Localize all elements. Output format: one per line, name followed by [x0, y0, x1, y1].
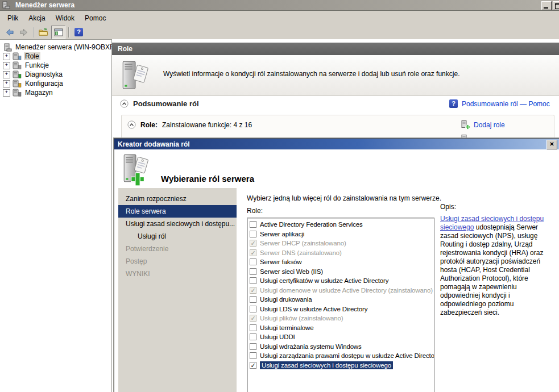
roles-summary-help[interactable]: ? Podsumowanie ról — Pomoc [449, 99, 550, 108]
wizard-intro-text: Wybierz jedną lub więcej ról do zainstal… [247, 194, 551, 202]
tree-item-role[interactable]: +Role [3, 52, 111, 61]
expand-plus-icon[interactable]: + [3, 89, 10, 97]
roles-listbox[interactable]: Active Directory Federation ServicesSerw… [247, 218, 434, 392]
role-row[interactable]: Usługi terminalowe [247, 323, 434, 333]
back-button[interactable] [3, 26, 16, 39]
menu-view[interactable]: Widok [51, 12, 80, 24]
toolbar-separator [68, 27, 69, 37]
expand-plus-icon[interactable]: + [3, 80, 10, 87]
checkbox-unchecked-icon[interactable] [250, 352, 256, 359]
maximize-button[interactable] [553, 1, 559, 10]
role-label: Usługi LDS w usłudze Active Directory [260, 306, 367, 312]
wizard-step-potwierdzenie[interactable]: Potwierdzenie [118, 243, 237, 255]
checkbox-unchecked-icon[interactable] [250, 231, 256, 237]
role-row[interactable]: Serwer aplikacji [247, 230, 434, 239]
role-row[interactable]: ✓Serwer DNS (zainstalowano) [247, 248, 434, 258]
wizard-step-zanim-rozpoczniesz[interactable]: Zanim rozpoczniesz [118, 193, 237, 205]
role-row[interactable]: Usługi zarządzania prawami dostępu w usł… [247, 351, 434, 361]
roles-hero: Wyświetl informacje o kondycji ról zains… [112, 55, 559, 96]
tree-item-diagnostyka[interactable]: +Diagnostyka [3, 70, 111, 79]
role-label: Serwer sieci Web (IIS) [260, 268, 323, 275]
checkbox-unchecked-icon[interactable] [250, 343, 256, 350]
tree-root[interactable]: Menedżer serwera (WIN-9OBXFQV [3, 43, 111, 52]
forward-button[interactable] [17, 26, 30, 39]
tree-item-konfiguracja[interactable]: +Konfiguracja [3, 79, 111, 88]
checkbox-unchecked-icon[interactable] [250, 324, 256, 331]
remove-roles-icon-partial[interactable] [461, 135, 470, 137]
help-icon: ? [449, 99, 458, 108]
window-controls [541, 1, 559, 10]
collapse-chevron-icon[interactable] [120, 99, 129, 108]
add-role-wizard-icon [121, 153, 153, 186]
role-row[interactable]: Serwer sieci Web (IIS) [247, 267, 434, 277]
role-row[interactable]: Usługi LDS w usłudze Active Directory [247, 305, 434, 314]
role-row[interactable]: ✓Usługi zasad sieciowych i dostępu sieci… [247, 361, 434, 370]
configuration-icon [13, 80, 22, 88]
tree-item-funkcje[interactable]: +Funkcje [3, 61, 111, 70]
menu-help[interactable]: Pomoc [80, 12, 111, 24]
roles-summary-help-link[interactable]: Podsumowanie ról — Pomoc [462, 100, 550, 108]
installed-roles-value: Zainstalowane funkcje: 4 z 16 [162, 121, 252, 129]
dialog-title: Kreator dodawania ról [118, 140, 190, 148]
role-label: Usługi certyfikatów w usłudze Active Dir… [260, 277, 388, 284]
expand-plus-icon[interactable]: + [3, 71, 10, 78]
add-roles-link[interactable]: Dodaj role [474, 121, 505, 129]
tree-root-label: Menedżer serwera (WIN-9OBXFQV [14, 43, 112, 51]
role-label: Usługi plików (zainstalowano) [260, 315, 343, 322]
checkbox-checked-icon: ✓ [250, 315, 256, 322]
dialog-close-button[interactable]: ✕ [546, 140, 557, 149]
back-arrow-icon [5, 28, 14, 37]
tree-items: +Role+Funkcje+Diagnostyka+Konfiguracja+M… [0, 52, 111, 97]
minimize-button[interactable] [541, 1, 552, 10]
checkbox-unchecked-icon[interactable] [250, 258, 256, 265]
help-button[interactable]: ? [72, 26, 85, 39]
roles-hero-icon [119, 60, 152, 93]
checkbox-unchecked-icon[interactable] [250, 333, 256, 340]
wizard-step-role-serwera[interactable]: Role serwera [118, 205, 237, 218]
tree-item-magazyn[interactable]: +Magazyn [3, 88, 111, 97]
role-row[interactable]: Active Directory Federation Services [247, 220, 434, 230]
role-row[interactable]: Usługi certyfikatów w usłudze Active Dir… [247, 276, 434, 286]
checkbox-checked-icon: ✓ [250, 287, 256, 294]
add-roles-wizard-dialog: Kreator dodawania ról ✕ Wybieranie ról s… [114, 138, 559, 392]
checkbox-unchecked-icon[interactable] [250, 268, 256, 275]
checkbox-checked-icon[interactable]: ✓ [250, 362, 256, 369]
installed-roles-label: Role: [140, 121, 158, 129]
pane-title: Role [118, 45, 132, 53]
role-label: Usługi drukowania [260, 296, 312, 303]
checkbox-unchecked-icon[interactable] [250, 296, 256, 303]
wizard-step-wyniki[interactable]: WYNIKI [118, 268, 237, 280]
add-roles-link-row[interactable]: Dodaj role [461, 120, 505, 130]
expand-plus-icon[interactable]: + [3, 53, 10, 60]
checkbox-unchecked-icon[interactable] [250, 221, 256, 228]
role-row[interactable]: Serwer faksów [247, 257, 434, 267]
window-titlebar: Menedżer serwera [0, 0, 559, 11]
role-row[interactable]: Usługi UDDI [247, 332, 434, 342]
role-row[interactable]: Usługi wdrażania systemu Windows [247, 342, 434, 352]
roles-summary-title: Podsumowanie ról [133, 99, 199, 108]
help-icon: ? [74, 28, 83, 36]
wizard-step-us-ugi-zasad-sieciowych-i-dost-pu-[interactable]: Usługi zasad sieciowych i dostępu... [118, 218, 237, 230]
role-row[interactable]: Usługi drukowania [247, 295, 434, 305]
folder-icon [39, 28, 48, 36]
role-row[interactable]: ✓Usługi plików (zainstalowano) [247, 314, 434, 323]
role-row[interactable]: ✓Serwer DHCP (zainstalowano) [247, 239, 434, 248]
expand-plus-icon[interactable]: + [3, 62, 10, 69]
show-console-tree-button[interactable] [51, 26, 65, 39]
toolbar: ? [0, 25, 559, 40]
dialog-titlebar: Kreator dodawania ról [114, 139, 559, 149]
menu-action[interactable]: Akcja [23, 12, 50, 24]
menu-file[interactable]: Plik [2, 12, 23, 24]
section-divider [117, 95, 554, 96]
wizard-step-post-p[interactable]: Postęp [118, 255, 237, 268]
role-label: Usługi wdrażania systemu Windows [260, 343, 362, 350]
checkbox-unchecked-icon[interactable] [250, 277, 256, 284]
installed-roles-row: Role: Zainstalowane funkcje: 4 z 16 [127, 120, 252, 129]
role-row[interactable]: ✓Usługi domenowe w usłudze Active Direct… [247, 286, 434, 295]
wizard-step-us-ugi-r-l[interactable]: Usługi ról [118, 230, 237, 243]
collapse-chevron-icon[interactable] [127, 120, 136, 129]
desktop: { "window": { "title": "Menedżer serwera… [0, 0, 559, 392]
open-console-button[interactable] [37, 26, 50, 39]
role-label: Usługi domenowe w usłudze Active Directo… [260, 287, 433, 294]
checkbox-unchecked-icon[interactable] [250, 306, 256, 312]
